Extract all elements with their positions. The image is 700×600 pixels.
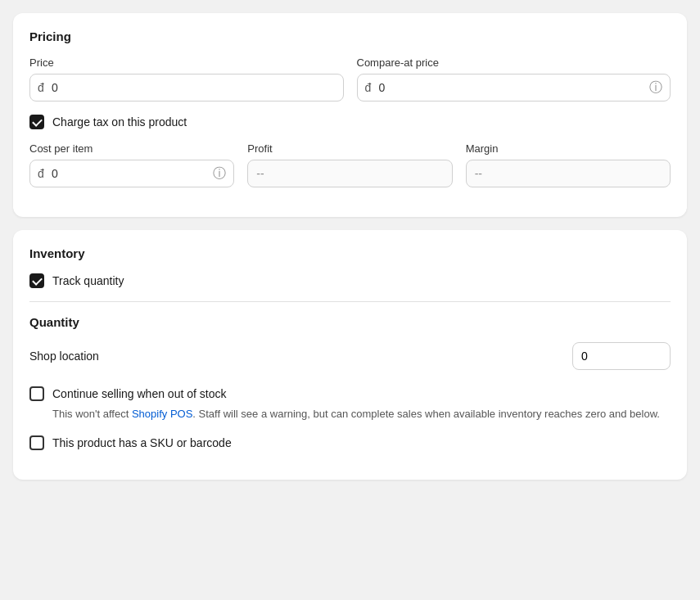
sku-barcode-row: This product has a SKU or barcode (29, 435, 671, 450)
shopify-pos-link[interactable]: Shopify POS (132, 408, 192, 420)
sku-barcode-label: This product has a SKU or barcode (52, 436, 232, 449)
price-input-wrapper: đ (29, 74, 344, 102)
compare-at-price-input[interactable] (357, 74, 671, 102)
continue-selling-row: Continue selling when out of stock (29, 386, 671, 401)
price-label: Price (29, 56, 344, 69)
pricing-title: Pricing (29, 29, 671, 43)
charge-tax-checkbox[interactable] (29, 115, 44, 129)
shop-location-label: Shop location (29, 350, 99, 363)
sku-barcode-checkbox[interactable] (29, 435, 44, 450)
continue-selling-group: Continue selling when out of stock This … (29, 386, 671, 422)
cost-per-item-group: Cost per item đ ⓘ (29, 142, 234, 187)
profit-input (247, 160, 452, 187)
compare-at-price-input-wrapper: đ ⓘ (357, 74, 671, 102)
price-group: Price đ (29, 56, 344, 102)
continue-selling-help-text: This won't affect Shopify POS. Staff wil… (52, 406, 671, 422)
compare-at-price-label: Compare-at price (357, 56, 671, 69)
pricing-card: Pricing Price đ Compare-at price đ ⓘ Cha… (13, 13, 687, 217)
shop-location-row: Shop location (29, 342, 671, 373)
compare-at-price-help-icon[interactable]: ⓘ (649, 79, 662, 97)
charge-tax-row: Charge tax on this product (29, 115, 671, 129)
price-input[interactable] (29, 74, 344, 102)
inventory-divider (29, 301, 671, 302)
charge-tax-label: Charge tax on this product (52, 115, 187, 129)
margin-group: Margin (466, 142, 671, 187)
margin-input (466, 160, 671, 187)
margin-label: Margin (466, 142, 671, 155)
inventory-card: Inventory Track quantity Quantity Shop l… (13, 230, 687, 480)
cost-per-item-label: Cost per item (29, 142, 234, 155)
track-quantity-label: Track quantity (52, 274, 124, 287)
price-row: Price đ Compare-at price đ ⓘ (29, 56, 671, 102)
continue-selling-checkbox[interactable] (29, 386, 44, 401)
track-quantity-row: Track quantity (29, 273, 671, 288)
help-text-prefix: This won't affect (52, 408, 132, 420)
shop-location-input[interactable] (572, 342, 671, 370)
quantity-title: Quantity (29, 315, 671, 329)
track-quantity-checkbox[interactable] (29, 273, 44, 288)
cost-profit-margin-row: Cost per item đ ⓘ Profit Margin (29, 142, 671, 187)
cost-per-item-help-icon[interactable]: ⓘ (213, 165, 226, 183)
help-text-suffix: . Staff will see a warning, but can comp… (192, 408, 660, 420)
compare-at-price-group: Compare-at price đ ⓘ (357, 56, 671, 102)
margin-input-wrapper (466, 160, 671, 187)
profit-input-wrapper (247, 160, 452, 187)
continue-selling-label: Continue selling when out of stock (52, 387, 226, 400)
inventory-title: Inventory (29, 246, 671, 260)
cost-per-item-input-wrapper: đ ⓘ (29, 160, 234, 187)
cost-per-item-input[interactable] (29, 160, 234, 187)
profit-group: Profit (247, 142, 452, 187)
profit-label: Profit (247, 142, 452, 155)
